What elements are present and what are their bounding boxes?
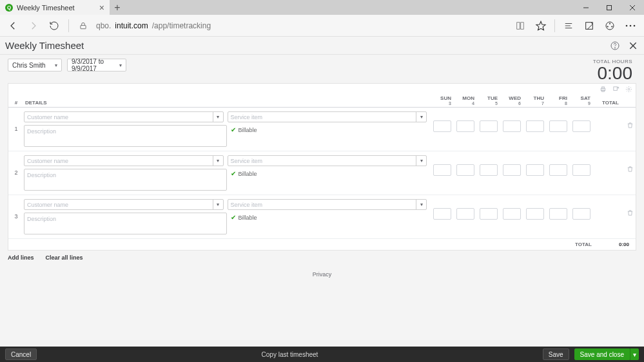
check-icon: ✔: [231, 126, 236, 133]
chevron-down-icon[interactable]: ▾: [213, 156, 223, 166]
close-window-icon[interactable]: [621, 0, 644, 15]
time-cell[interactable]: [480, 164, 498, 176]
save-button[interactable]: Save: [543, 348, 569, 360]
chevron-down-icon[interactable]: ▾: [213, 200, 223, 209]
service-combo[interactable]: ▾: [228, 155, 427, 166]
service-input[interactable]: [228, 202, 416, 208]
maximize-icon[interactable]: [598, 0, 621, 15]
col-day: SAT9: [570, 95, 593, 106]
svg-point-14: [630, 24, 632, 26]
privacy-link[interactable]: Privacy: [0, 265, 644, 284]
clear-lines-button[interactable]: Clear all lines: [46, 254, 83, 261]
share-icon[interactable]: [601, 17, 618, 34]
time-cell[interactable]: [480, 208, 498, 220]
time-cell[interactable]: [572, 120, 590, 132]
time-cell[interactable]: [433, 120, 451, 132]
billable-toggle[interactable]: ✔Billable: [231, 213, 427, 221]
refresh-icon[interactable]: [46, 18, 62, 33]
table-row: 1▾▾Description✔Billable: [8, 108, 636, 151]
customer-input[interactable]: [24, 114, 213, 120]
favorite-icon[interactable]: [532, 17, 549, 34]
sheet-actions: Add lines Clear all lines: [0, 251, 644, 265]
time-cell[interactable]: [572, 208, 590, 220]
row-number: 2: [8, 155, 24, 176]
close-tab-icon[interactable]: ×: [99, 3, 104, 12]
more-icon[interactable]: [622, 17, 639, 34]
chevron-down-icon[interactable]: ▾: [416, 200, 426, 209]
time-cell[interactable]: [572, 164, 590, 176]
billable-label: Billable: [239, 127, 257, 133]
description-input[interactable]: Description: [24, 125, 227, 147]
chevron-down-icon[interactable]: ▾: [416, 156, 426, 166]
svg-rect-23: [613, 86, 617, 90]
close-panel-icon[interactable]: [627, 40, 639, 52]
col-number: #: [8, 100, 24, 106]
service-combo[interactable]: ▾: [228, 111, 427, 122]
table-footer: TOTAL 0:00: [8, 239, 636, 250]
customer-input[interactable]: [24, 202, 213, 208]
delete-row-icon[interactable]: [624, 199, 636, 216]
copy-last-timesheet-button[interactable]: Copy last timesheet: [42, 351, 538, 358]
time-cell[interactable]: [526, 164, 544, 176]
help-icon[interactable]: [609, 40, 621, 52]
print-icon[interactable]: [598, 84, 607, 93]
customer-combo[interactable]: ▾: [24, 199, 224, 210]
service-input[interactable]: [228, 114, 416, 120]
page-content: Weekly Timesheet Chris Smith ▾ 9/3/2017 …: [0, 37, 644, 362]
total-hours-value: 0:00: [593, 64, 632, 82]
service-input[interactable]: [228, 158, 416, 164]
row-number: 3: [8, 199, 24, 220]
chevron-down-icon[interactable]: ▾: [416, 112, 426, 122]
col-day: FRI8: [547, 95, 570, 106]
customer-combo[interactable]: ▾: [24, 111, 224, 122]
cancel-button[interactable]: Cancel: [5, 348, 37, 360]
employee-dropdown[interactable]: Chris Smith ▾: [8, 59, 62, 71]
customer-input[interactable]: [24, 158, 213, 164]
url-path: /app/timetracking: [152, 21, 211, 30]
time-cell[interactable]: [433, 208, 451, 220]
time-cell[interactable]: [503, 120, 521, 132]
reading-view-icon[interactable]: [512, 17, 529, 34]
table-row: 3▾▾Description✔Billable: [8, 195, 636, 239]
time-cell[interactable]: [526, 208, 544, 220]
svg-point-17: [614, 47, 615, 48]
service-combo[interactable]: ▾: [228, 199, 427, 210]
time-cell[interactable]: [549, 120, 567, 132]
time-cell[interactable]: [503, 164, 521, 176]
time-cell[interactable]: [456, 208, 474, 220]
add-lines-button[interactable]: Add lines: [8, 254, 34, 261]
browser-tab[interactable]: Q Weekly Timesheet ×: [0, 0, 110, 15]
forward-icon[interactable]: [26, 18, 41, 33]
divider: [554, 19, 555, 32]
delete-row-icon[interactable]: [624, 155, 636, 173]
save-dropdown-icon[interactable]: ▾: [630, 348, 639, 360]
notes-icon[interactable]: [581, 17, 598, 34]
description-input[interactable]: Description: [24, 213, 227, 234]
chevron-down-icon[interactable]: ▾: [213, 112, 223, 122]
time-cell[interactable]: [433, 164, 451, 176]
date-range-dropdown[interactable]: 9/3/2017 to 9/9/2017 ▾: [67, 59, 126, 71]
time-cell[interactable]: [503, 208, 521, 220]
time-cell[interactable]: [456, 120, 474, 132]
time-cell[interactable]: [549, 208, 567, 220]
delete-row-icon[interactable]: [624, 111, 636, 129]
svg-point-15: [634, 24, 636, 26]
save-and-close-button[interactable]: Save and close: [574, 348, 630, 360]
time-cell[interactable]: [480, 120, 498, 132]
description-input[interactable]: Description: [24, 169, 227, 191]
address-bar[interactable]: qbo.intuit.com/app/timetracking: [96, 21, 507, 30]
back-icon[interactable]: [5, 18, 21, 33]
billable-toggle[interactable]: ✔Billable: [231, 169, 427, 177]
minimize-icon[interactable]: [574, 0, 598, 15]
new-tab-button[interactable]: +: [110, 0, 125, 15]
svg-point-12: [612, 26, 612, 26]
settings-icon[interactable]: [624, 84, 633, 93]
time-cell[interactable]: [456, 164, 474, 176]
hub-icon[interactable]: [560, 17, 577, 34]
export-icon[interactable]: [611, 84, 620, 93]
customer-combo[interactable]: ▾: [24, 155, 224, 166]
browser-toolbar: qbo.intuit.com/app/timetracking: [0, 15, 644, 37]
time-cell[interactable]: [549, 164, 567, 176]
billable-toggle[interactable]: ✔Billable: [231, 125, 427, 133]
time-cell[interactable]: [526, 120, 544, 132]
